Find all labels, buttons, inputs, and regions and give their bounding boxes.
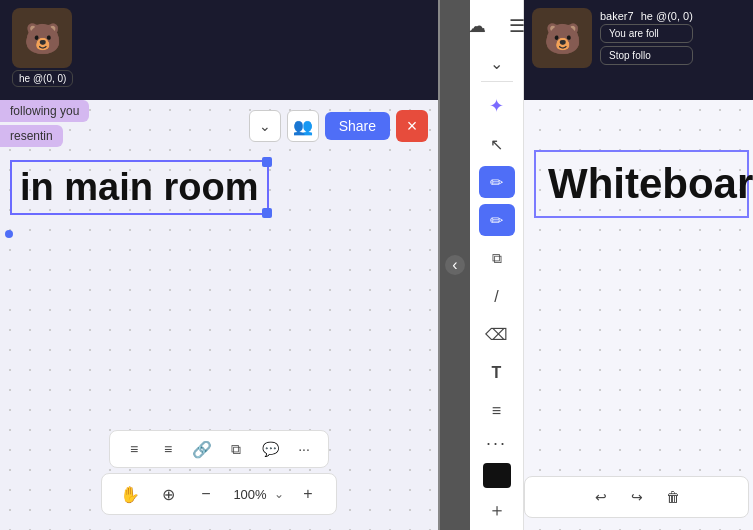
right-header-info: baker7 he @(0, 0) You are foll Stop foll… <box>600 8 693 65</box>
text-btn[interactable]: T <box>479 357 515 389</box>
add-color-btn[interactable]: ＋ <box>488 498 506 522</box>
whiteboard-text: Whiteboard <box>548 160 735 208</box>
trash-btn[interactable]: 🗑 <box>659 483 687 511</box>
presenting-banner: resentin <box>0 125 63 147</box>
zoom-value: 100% <box>230 487 270 502</box>
left-avatar: 🐻 <box>12 8 72 68</box>
sidebar-divider-1 <box>481 81 513 82</box>
right-bottom-toolbar: ↩ ↪ 🗑 <box>524 476 749 518</box>
hand-tool-btn[interactable]: ✋ <box>116 480 144 508</box>
right-notif-stop[interactable]: Stop follo <box>600 46 693 65</box>
zoom-out-btn[interactable]: − <box>192 480 220 508</box>
pen2-btn[interactable]: ✏ <box>479 204 515 236</box>
eraser-btn[interactable]: ⌫ <box>479 319 515 351</box>
left-bottom-toolbar: ✋ ⊕ − 100% ⌄ + <box>101 473 337 515</box>
share-button[interactable]: Share <box>325 112 390 140</box>
redo-btn[interactable]: ↪ <box>623 483 651 511</box>
right-notif-following: You are foll <box>600 24 693 43</box>
left-avatar-container: 🐻 baker7 he @(0, 0) <box>12 8 72 82</box>
whiteboard-text-block: Whiteboard <box>534 150 749 218</box>
main-text-content: in main room <box>20 166 259 209</box>
align-left-btn[interactable]: ≡ <box>122 437 146 461</box>
close-button[interactable]: × <box>396 110 428 142</box>
list-btn[interactable]: ≡ <box>156 437 180 461</box>
slash-btn[interactable]: / <box>479 281 515 313</box>
lines-btn[interactable]: ≡ <box>479 395 515 427</box>
main-text-block: in main room <box>10 160 269 215</box>
chevron-down-btn[interactable]: ⌄ <box>249 110 281 142</box>
collapse-arrow[interactable]: ‹ <box>445 255 465 275</box>
edit-bar: ≡ ≡ 🔗 ⧉ 💬 ··· <box>109 430 329 468</box>
link-btn[interactable]: 🔗 <box>190 437 214 461</box>
comment-btn[interactable]: 💬 <box>258 437 282 461</box>
chevron-more-btn[interactable]: ⌄ <box>479 54 515 73</box>
sparkle-btn[interactable]: ✦ <box>479 90 515 122</box>
copy2-btn[interactable]: ⧉ <box>479 242 515 274</box>
sidebar-top-controls: ☁ ☰ <box>459 8 535 44</box>
color-swatch-black[interactable] <box>483 463 511 488</box>
left-header: 🐻 baker7 he @(0, 0) <box>0 0 438 100</box>
more-options-btn[interactable]: ··· <box>292 437 316 461</box>
undo-btn[interactable]: ↩ <box>587 483 615 511</box>
right-panel: ☁ ☰ ⌄ ✦ ↖ ✏ ✏ ⧉ / ⌫ T <box>470 0 753 530</box>
dot-indicator <box>5 230 13 238</box>
panel-divider: ‹ <box>440 0 470 530</box>
people-btn[interactable]: 👥 <box>287 110 319 142</box>
right-header: 🐻 baker7 he @(0, 0) You are foll Stop fo… <box>524 0 753 100</box>
zoom-in-btn[interactable]: + <box>294 480 322 508</box>
bottom-edit-bar: ≡ ≡ 🔗 ⧉ 💬 ··· <box>0 430 438 468</box>
resize-handle-tr[interactable] <box>262 157 272 167</box>
zoom-control: 100% ⌄ <box>230 487 284 502</box>
cursor-btn[interactable]: ↖ <box>479 128 515 160</box>
map-btn[interactable]: ⊕ <box>154 480 182 508</box>
following-banner: following you <box>0 100 89 122</box>
pen-active-btn[interactable]: ✏ <box>479 166 515 198</box>
right-avatar: 🐻 <box>532 8 592 68</box>
cloud-btn[interactable]: ☁ <box>459 8 495 44</box>
left-toolbar-top: ⌄ 👥 Share × <box>249 110 428 142</box>
copy-btn[interactable]: ⧉ <box>224 437 248 461</box>
resize-handle-br[interactable] <box>262 208 272 218</box>
right-avatar-label: baker7 he @(0, 0) <box>600 10 693 22</box>
menu-btn[interactable]: ☰ <box>499 8 535 44</box>
left-notification-bubble: he @(0, 0) <box>12 70 73 87</box>
sidebar-more-btn[interactable]: ··· <box>479 433 515 453</box>
right-sidebar: ☁ ☰ ⌄ ✦ ↖ ✏ ✏ ⧉ / ⌫ T <box>470 0 524 530</box>
zoom-chevron[interactable]: ⌄ <box>274 487 284 501</box>
left-panel: 🐻 baker7 he @(0, 0) following you resent… <box>0 0 440 530</box>
